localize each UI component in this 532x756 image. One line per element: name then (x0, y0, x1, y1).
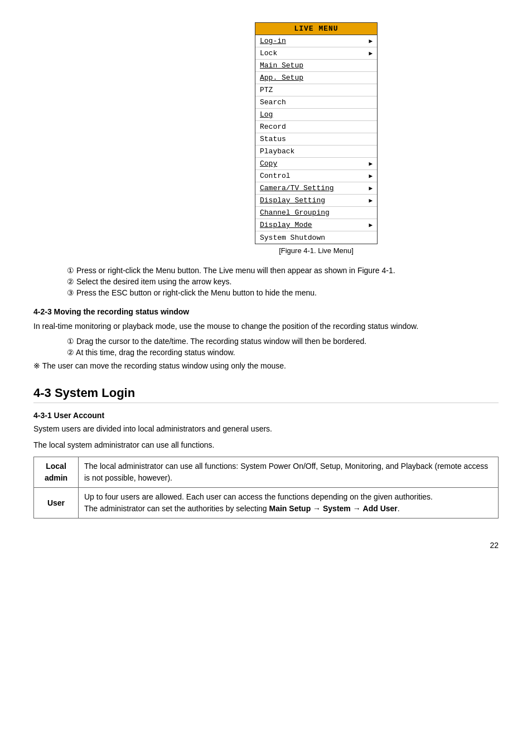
live-menu-title: LIVE MENU (255, 23, 377, 35)
live-menu: LIVE MENU Log-in▶Lock▶Main SetupApp. Set… (255, 22, 378, 244)
menu-item-display-mode[interactable]: Display Mode▶ (255, 219, 377, 231)
menu-item-app-setup[interactable]: App. Setup (255, 72, 377, 84)
menu-item-system-shutdown[interactable]: System Shutdown (255, 231, 377, 244)
description-cell: Up to four users are allowed. Each user … (79, 488, 499, 518)
submenu-arrow-icon: ▶ (369, 197, 373, 204)
menu-item-ptz[interactable]: PTZ (255, 84, 377, 96)
menu-item-display-setting[interactable]: Display Setting▶ (255, 195, 377, 207)
submenu-arrow-icon: ▶ (369, 50, 373, 57)
menu-item-label: App. Setup (260, 74, 303, 82)
menu-item-copy[interactable]: Copy▶ (255, 158, 377, 170)
submenu-arrow-icon: ▶ (369, 37, 373, 45)
table-row: Local adminThe local administrator can u… (34, 457, 499, 488)
list-item: ② At this time, drag the recording statu… (56, 348, 499, 357)
menu-item-label: Search (260, 98, 286, 106)
list-item: ① Drag the cursor to the date/time. The … (56, 337, 499, 346)
menu-item-label: Lock (260, 49, 277, 57)
menu-item-log[interactable]: Log (255, 109, 377, 121)
menu-item-channel-grouping[interactable]: Channel Grouping (255, 207, 377, 219)
note-line: ※ The user can move the recording status… (33, 361, 499, 370)
role-cell: Local admin (34, 457, 79, 488)
submenu-arrow-icon: ▶ (369, 185, 373, 192)
list-item: ③ Press the ESC button or right-click th… (56, 288, 499, 297)
menu-item-log-in[interactable]: Log-in▶ (255, 35, 377, 47)
menu-item-label: Log (260, 110, 273, 119)
menu-item-label: Main Setup (260, 61, 303, 70)
steps-list-1: ① Press or right-click the Menu button. … (56, 266, 499, 297)
menu-item-label: Display Setting (260, 196, 325, 205)
menu-item-label: Channel Grouping (260, 209, 330, 217)
menu-item-label: Status (260, 135, 286, 143)
list-item: ② Select the desired item using the arro… (56, 277, 499, 286)
menu-item-label: Copy (260, 159, 277, 168)
content-body: ① Press or right-click the Menu button. … (33, 266, 499, 518)
menu-item-label: Playback (260, 147, 294, 156)
description-cell: The local administrator can use all func… (79, 457, 499, 488)
section-4-3-title: 4-3 System Login (33, 386, 499, 403)
submenu-arrow-icon: ▶ (369, 221, 373, 229)
role-cell: User (34, 488, 79, 518)
submenu-arrow-icon: ▶ (369, 172, 373, 180)
menu-item-label: Log-in (260, 37, 286, 45)
menu-item-playback[interactable]: Playback (255, 146, 377, 158)
submenu-arrow-icon: ▶ (369, 160, 373, 167)
page-number: 22 (33, 541, 499, 550)
menu-item-lock[interactable]: Lock▶ (255, 47, 377, 60)
steps-list-2: ① Drag the cursor to the date/time. The … (56, 337, 499, 357)
menu-item-label: Control (260, 172, 291, 180)
section-4-2-3-para: In real-time monitoring or playback mode… (33, 321, 499, 332)
menu-item-label: Camera/TV Setting (260, 184, 334, 192)
menu-caption: [Figure 4-1. Live Menu] (279, 246, 354, 255)
menu-item-control[interactable]: Control▶ (255, 170, 377, 182)
live-menu-container: LIVE MENU Log-in▶Lock▶Main SetupApp. Set… (134, 22, 499, 255)
menu-items-list: Log-in▶Lock▶Main SetupApp. SetupPTZSearc… (255, 35, 377, 244)
menu-item-label: PTZ (260, 86, 273, 94)
menu-item-label: System Shutdown (260, 234, 325, 242)
menu-item-cameratv-setting[interactable]: Camera/TV Setting▶ (255, 182, 377, 195)
section-4-3-para2: The local system administrator can use a… (33, 439, 499, 451)
section-4-3-para1: System users are divided into local admi… (33, 423, 499, 435)
menu-item-search[interactable]: Search (255, 96, 377, 109)
section-4-3-1-heading: 4-3-1 User Account (33, 411, 499, 420)
user-accounts-table: Local adminThe local administrator can u… (33, 457, 499, 518)
menu-item-record[interactable]: Record (255, 121, 377, 133)
menu-item-status[interactable]: Status (255, 133, 377, 146)
table-row: UserUp to four users are allowed. Each u… (34, 488, 499, 518)
list-item: ① Press or right-click the Menu button. … (56, 266, 499, 275)
section-4-2-3-heading: 4-2-3 Moving the recording status window (33, 307, 499, 316)
menu-item-label: Display Mode (260, 221, 312, 229)
menu-item-label: Record (260, 123, 286, 131)
menu-item-main-setup[interactable]: Main Setup (255, 60, 377, 72)
